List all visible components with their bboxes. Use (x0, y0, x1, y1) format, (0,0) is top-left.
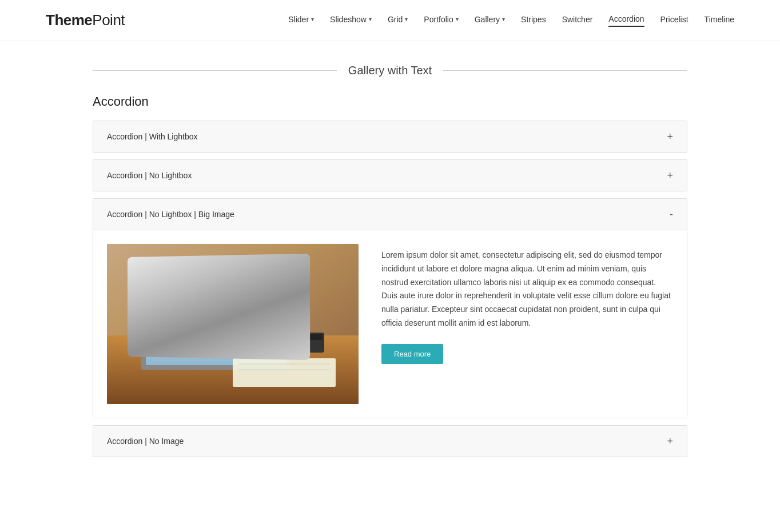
svg-rect-3 (141, 278, 290, 370)
nav-item-timeline[interactable]: Timeline (705, 15, 734, 26)
nav-item-switcher[interactable]: Switcher (562, 15, 593, 26)
accordion-toggle-icon: - (670, 209, 673, 219)
nav-item-accordion[interactable]: Accordion (608, 14, 644, 27)
main-nav: Slider▾Slideshow▾Grid▾Portfolio▾Gallery▾… (288, 14, 734, 27)
accordion-item: Accordion | No Lightbox+ (93, 159, 687, 191)
svg-rect-5 (153, 293, 221, 296)
svg-rect-4 (146, 283, 285, 365)
nav-item-slider[interactable]: Slider▾ (288, 15, 314, 26)
nav-label: Switcher (562, 15, 593, 24)
accordion-item-label: Accordion | No Lightbox (107, 171, 192, 180)
section-title-wrap: Gallery with Text (93, 64, 687, 77)
nav-label: Gallery (475, 15, 500, 24)
accordion-header-item2[interactable]: Accordion | No Lightbox+ (93, 160, 687, 191)
accordion-item: Accordion | With Lightbox+ (93, 121, 687, 153)
accordion-image-wrap (107, 244, 359, 404)
nav-item-gallery[interactable]: Gallery▾ (475, 15, 505, 26)
accordion-item-label: Accordion | With Lightbox (107, 132, 198, 141)
chevron-down-icon: ▾ (405, 16, 408, 22)
title-line-right (443, 70, 687, 71)
svg-rect-15 (309, 334, 323, 340)
svg-rect-11 (233, 358, 336, 387)
site-logo[interactable]: ThemePoint (46, 11, 125, 29)
accordion-header-item4[interactable]: Accordion | No Image+ (93, 426, 687, 457)
nav-label: Slideshow (330, 15, 367, 24)
chevron-down-icon: ▾ (502, 16, 505, 22)
nav-label: Slider (288, 15, 309, 24)
accordion-body: Lorem ipsum dolor sit amet, consectetur … (93, 230, 687, 418)
accordion-item-label: Accordion | No Lightbox | Big Image (107, 210, 234, 219)
nav-item-portfolio[interactable]: Portfolio▾ (424, 15, 458, 26)
svg-point-10 (176, 345, 221, 358)
nav-label: Timeline (705, 15, 734, 24)
svg-point-9 (187, 342, 256, 358)
accordion-header-item3[interactable]: Accordion | No Lightbox | Big Image- (93, 199, 687, 230)
svg-rect-2 (130, 341, 301, 348)
read-more-button[interactable]: Read more (381, 344, 443, 364)
accordion-toggle-icon: + (667, 436, 673, 446)
title-line-left (93, 70, 337, 71)
nav-item-slideshow[interactable]: Slideshow▾ (330, 15, 372, 26)
accordion-toggle-icon: + (667, 131, 673, 142)
svg-rect-8 (153, 315, 244, 317)
accordion-image (107, 244, 359, 404)
chevron-down-icon: ▾ (456, 16, 459, 22)
nav-item-pricelist[interactable]: Pricelist (660, 15, 689, 26)
accordion-toggle-icon: + (667, 170, 673, 181)
accordion-text-wrap: Lorem ipsum dolor sit amet, consectetur … (381, 244, 673, 404)
nav-label: Stripes (521, 15, 546, 24)
nav-label: Portfolio (424, 15, 453, 24)
accordion-header-item1[interactable]: Accordion | With Lightbox+ (93, 121, 687, 152)
nav-label: Pricelist (660, 15, 689, 24)
logo-light: Point (92, 11, 125, 29)
chevron-down-icon: ▾ (369, 16, 372, 22)
chevron-down-icon: ▾ (311, 16, 314, 22)
section-title: Gallery with Text (348, 64, 432, 77)
logo-bold: Theme (46, 11, 92, 29)
accordion-item: Accordion | No Image+ (93, 425, 687, 457)
svg-rect-7 (153, 308, 256, 310)
accordion-body-text: Lorem ipsum dolor sit amet, consectetur … (381, 249, 673, 330)
nav-label: Accordion (608, 14, 644, 23)
accordion-container: Accordion | With Lightbox+Accordion | No… (93, 121, 687, 457)
accordion-heading: Accordion (93, 94, 687, 109)
nav-label: Grid (388, 15, 403, 24)
accordion-item: Accordion | No Lightbox | Big Image- (93, 198, 687, 418)
nav-item-stripes[interactable]: Stripes (521, 15, 546, 26)
accordion-item-label: Accordion | No Image (107, 437, 184, 446)
svg-rect-6 (153, 301, 267, 303)
nav-item-grid[interactable]: Grid▾ (388, 15, 408, 26)
